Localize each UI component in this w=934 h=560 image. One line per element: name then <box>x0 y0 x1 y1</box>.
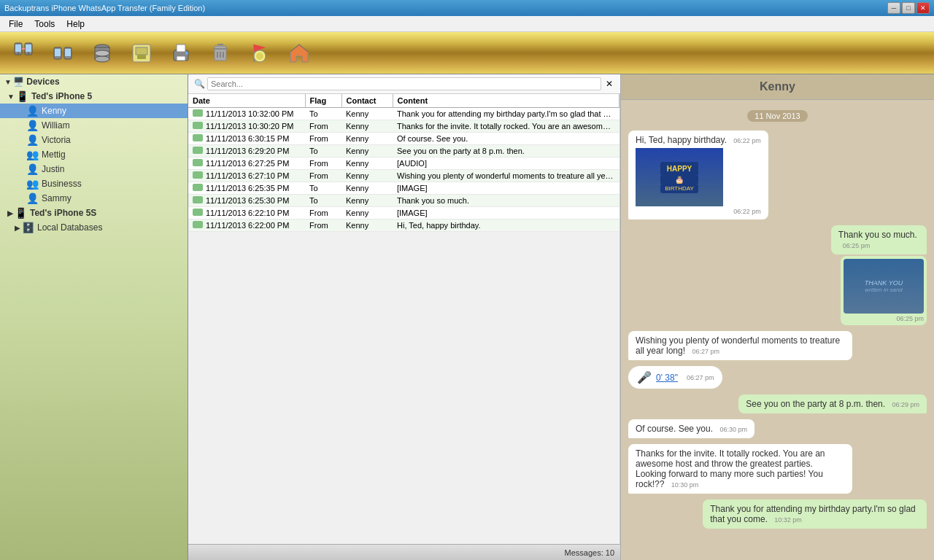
sidebar-item-teds-iphone5s[interactable]: ▶ 📱 Ted's iPhone 5S <box>0 206 188 220</box>
devices-icon-sidebar: 🖥️ <box>13 77 24 87</box>
search-clear-button[interactable]: ✕ <box>601 76 617 92</box>
victoria-icon: 👤 <box>26 134 39 146</box>
cell-content: [IMAGE] <box>393 207 620 219</box>
cell-contact: Kenny <box>341 133 393 145</box>
col-content[interactable]: Content <box>393 94 620 108</box>
maximize-button[interactable]: □ <box>902 2 915 14</box>
col-flag[interactable]: Flag <box>305 94 341 108</box>
sammy-icon: 👤 <box>26 192 39 204</box>
table-row[interactable]: 11/11/2013 6:27:10 PM From Kenny Wishing… <box>188 170 620 182</box>
table-row[interactable]: 11/11/2013 6:25:30 PM To Kenny Thank you… <box>188 195 620 207</box>
kenny-label: Kenny <box>42 106 66 116</box>
table-row[interactable]: 11/11/2013 10:30:20 PM From Kenny Thanks… <box>188 120 620 133</box>
sidebar-item-mettig[interactable]: 👥 Mettig <box>0 147 188 162</box>
close-button[interactable]: ✕ <box>916 2 930 14</box>
table-row[interactable]: 11/11/2013 10:32:00 PM To Kenny Thank yo… <box>188 108 620 120</box>
col-contact[interactable]: Contact <box>341 94 393 108</box>
table-row[interactable]: 11/11/2013 6:29:20 PM To Kenny See you o… <box>188 145 620 158</box>
svg-rect-5 <box>28 52 29 54</box>
titlebar-controls: ─ □ ✕ <box>887 2 930 14</box>
businesss-label: Businesss <box>42 179 82 189</box>
home-icon <box>287 42 311 65</box>
table-row[interactable]: 11/11/2013 6:22:10 PM From Kenny [IMAGE] <box>188 207 620 219</box>
sidebar-item-william[interactable]: 👤 William <box>0 118 188 133</box>
birthday-image: HAPPY 🎂 BIRTHDAY <box>636 148 723 206</box>
cell-content: [AUDIO] <box>393 158 620 170</box>
cell-date: 11/11/2013 6:25:35 PM <box>188 182 305 195</box>
cell-contact: Kenny <box>341 145 393 158</box>
chat-messages: 11 Nov 2013 Hi, Ted, happy birthday. 06:… <box>621 100 934 560</box>
chat-contact-name: Kenny <box>760 80 795 93</box>
justin-icon: 👤 <box>26 163 39 175</box>
search-go-button[interactable]: 🔍 <box>191 76 207 92</box>
sidebar-item-businesss[interactable]: 👥 Businesss <box>0 176 188 191</box>
sidebar-item-local-databases[interactable]: ▶ 🗄️ Local Databases <box>0 220 188 235</box>
cell-content: Thank you so much. <box>393 195 620 207</box>
titlebar: Backuptrans iPhone WhatsApp Transfer (Fa… <box>0 0 934 16</box>
svg-point-23 <box>256 52 263 60</box>
cell-contact: Kenny <box>341 158 393 170</box>
search-input[interactable] <box>207 77 601 90</box>
cell-content: [IMAGE] <box>393 182 620 195</box>
microphone-icon: 🎤 <box>637 370 652 384</box>
sidebar-item-teds-iphone5[interactable]: ▼ 📱 Ted's iPhone 5 <box>0 89 188 104</box>
cell-date: 11/11/2013 6:25:30 PM <box>188 195 305 207</box>
toolbar-database[interactable] <box>85 36 120 71</box>
svg-rect-9 <box>65 49 71 56</box>
msg-text-3: Wishing you plenty of wonderful moments … <box>636 335 840 356</box>
devices-label: Devices <box>26 77 59 87</box>
toolbar-flag[interactable] <box>242 36 277 71</box>
cell-contact: Kenny <box>341 219 393 232</box>
toolbar-delete[interactable] <box>203 36 238 71</box>
kenny-icon: 👤 <box>26 105 39 117</box>
left-content: 🔍 ✕ Date Flag Contact Content <box>188 74 620 560</box>
minimize-button[interactable]: ─ <box>887 2 900 14</box>
toolbar <box>0 32 934 74</box>
table-row[interactable]: 11/11/2013 6:30:15 PM From Kenny Of cour… <box>188 133 620 145</box>
sidebar-item-victoria[interactable]: 👤 Victoria <box>0 133 188 147</box>
menu-tools[interactable]: Tools <box>28 18 61 31</box>
audio-duration[interactable]: 0' 38" <box>656 373 678 383</box>
menubar: File Tools Help <box>0 16 934 32</box>
toolbar-home[interactable] <box>282 36 317 71</box>
svg-rect-7 <box>55 49 61 56</box>
msg-bubble-4: See you on the party at 8 p.m. then. 06:… <box>738 394 927 413</box>
toolbar-iphone-transfer[interactable] <box>6 36 41 71</box>
local-db-expand-arrow: ▶ <box>15 224 20 232</box>
svg-rect-15 <box>136 47 147 55</box>
sidebar-item-sammy[interactable]: 👤 Sammy <box>0 191 188 206</box>
msg-time-3: 06:27 pm <box>692 348 719 355</box>
toolbar-print[interactable] <box>163 36 198 71</box>
svg-point-12 <box>95 56 109 62</box>
cell-content: Hi, Ted, happy birthday. <box>393 219 620 232</box>
devices-header[interactable]: ▼ 🖥️ Devices <box>0 74 188 89</box>
toolbar-devices[interactable] <box>45 36 80 71</box>
svg-rect-18 <box>177 44 185 52</box>
svg-rect-2 <box>18 52 19 54</box>
msg-text-7: Thank you for attending my birthday part… <box>710 504 916 524</box>
msg-time-5: 06:30 pm <box>719 426 747 433</box>
table-row[interactable]: 11/11/2013 6:27:25 PM From Kenny [AUDIO] <box>188 158 620 170</box>
col-date[interactable]: Date <box>188 94 305 108</box>
iphone-transfer-icon <box>12 42 35 65</box>
date-divider: 11 Nov 2013 <box>747 110 807 122</box>
toolbar-backup[interactable] <box>124 36 159 71</box>
cell-flag: From <box>305 133 341 145</box>
sidebar-item-justin[interactable]: 👤 Justin <box>0 162 188 176</box>
cell-contact: Kenny <box>341 182 393 195</box>
table-row[interactable]: 11/11/2013 6:22:00 PM From Kenny Hi, Ted… <box>188 219 620 232</box>
sidebar-item-kenny[interactable]: 👤 Kenny <box>0 104 188 118</box>
msg-text-1: Hi, Ted, happy birthday. <box>636 135 727 145</box>
cell-flag: From <box>305 219 341 232</box>
msg-time-7: 10:32 pm <box>774 516 802 524</box>
cell-content: Wishing you plenty of wonderful moments … <box>393 170 620 182</box>
audio-message: 🎤 0' 38" 06:27 pm <box>628 366 722 389</box>
table-row[interactable]: 11/11/2013 6:25:35 PM To Kenny [IMAGE] <box>188 182 620 195</box>
msg-time-1: 06:22 pm <box>733 137 761 144</box>
msg-text-2: Thank you so much. <box>838 230 917 240</box>
iphone5s-icon: 📱 <box>15 207 27 219</box>
menu-help[interactable]: Help <box>61 18 90 31</box>
menu-file[interactable]: File <box>3 18 28 31</box>
cell-date: 11/11/2013 6:22:00 PM <box>188 219 305 232</box>
thank-you-image: THANK YOU written in sand <box>844 259 924 314</box>
